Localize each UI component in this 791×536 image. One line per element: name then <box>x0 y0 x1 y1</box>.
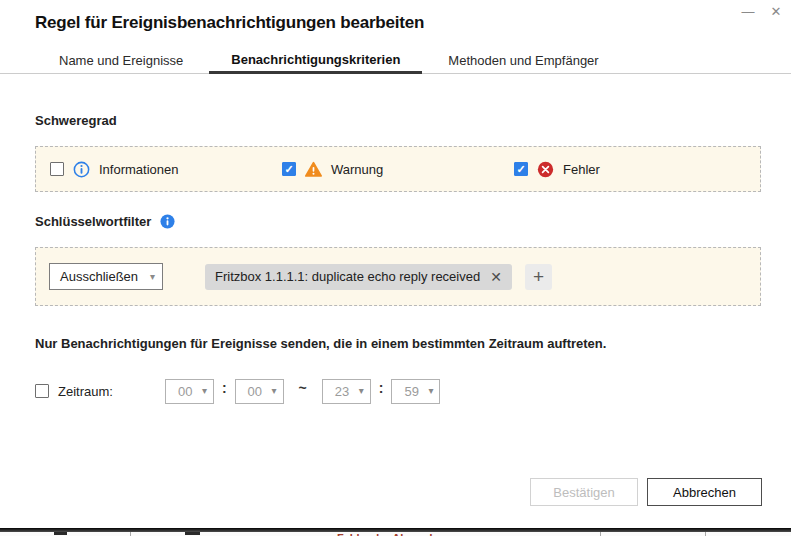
fehler-checkbox[interactable]: ✓ <box>514 162 528 176</box>
time-range-row: ✓ Zeitraum: 00 ▾ : 00 ▾ ~ 23 ▾ : 59 ▾ <box>35 378 440 404</box>
cancel-button[interactable]: Abbrechen <box>647 478 762 506</box>
end-hour-value: 23 <box>335 384 349 399</box>
severity-box: ✓ Informationen ✓ Warnung ✓ Fehler <box>35 146 761 192</box>
keyword-tag: Fritzbox 1.1.1.1: duplicate echo reply r… <box>205 264 512 290</box>
fehler-label: Fehler <box>563 162 600 177</box>
severity-item-warnung: ✓ Warnung <box>268 161 500 178</box>
background-row-fragment <box>185 532 200 535</box>
tab-methoden-und-empfaenger[interactable]: Methoden und Empfänger <box>422 47 624 74</box>
start-minute-value: 00 <box>248 384 262 399</box>
info-filled-icon[interactable] <box>160 214 175 229</box>
range-separator: ~ <box>299 380 307 396</box>
time-colon: : <box>222 380 227 396</box>
start-hour-value: 00 <box>178 384 192 399</box>
checkmark-icon: ✓ <box>516 164 525 175</box>
edit-notification-rule-dialog: Regel für Ereignisbenachrichtigungen bea… <box>0 0 791 536</box>
warning-triangle-icon <box>305 161 322 178</box>
keyword-filter-header: Schlüsselwortfilter <box>35 214 175 229</box>
severity-item-fehler: ✓ Fehler <box>500 161 732 178</box>
end-minute-value: 59 <box>404 384 418 399</box>
error-circle-icon <box>537 161 554 178</box>
chevron-down-icon: ▾ <box>150 272 155 282</box>
severity-item-informationen: ✓ Informationen <box>36 161 268 178</box>
zeitraum-checkbox[interactable]: ✓ <box>35 384 49 398</box>
filter-mode-dropdown[interactable]: Ausschließen ▾ <box>49 263 163 290</box>
zeitraum-label: Zeitraum: <box>58 384 113 399</box>
tab-bar: Name und Ereignisse Benachrichtigungskri… <box>0 47 791 74</box>
end-minute-dropdown[interactable]: 59 ▾ <box>391 379 440 404</box>
time-colon: : <box>379 380 384 396</box>
tab-name-und-ereignisse[interactable]: Name und Ereignisse <box>33 47 209 74</box>
severity-section-label: Schweregrad <box>35 113 117 128</box>
background-window-sliver: Fehlender Absender <box>0 528 791 536</box>
filter-mode-value: Ausschließen <box>60 269 138 284</box>
keyword-filter-label: Schlüsselwortfilter <box>35 214 151 229</box>
keyword-filter-box: Ausschließen ▾ Fritzbox 1.1.1.1: duplica… <box>35 247 761 306</box>
keyword-tag-text: Fritzbox 1.1.1.1: duplicate echo reply r… <box>215 269 480 284</box>
background-column-divider <box>130 532 131 536</box>
chevron-down-icon: ▾ <box>359 386 364 396</box>
informationen-checkbox[interactable]: ✓ <box>50 162 64 176</box>
chevron-down-icon: ▾ <box>428 386 433 396</box>
remove-tag-icon[interactable]: ✕ <box>490 270 502 284</box>
warnung-label: Warnung <box>331 162 383 177</box>
background-status-text: Fehlender Absender <box>337 532 443 536</box>
background-column-divider <box>600 532 601 536</box>
chevron-down-icon: ▾ <box>202 386 207 396</box>
background-table-row: Fehlender Absender <box>0 532 791 536</box>
window-controls: — ✕ <box>739 2 785 20</box>
dialog-title: Regel für Ereignisbenachrichtigungen bea… <box>35 13 424 33</box>
add-keyword-button[interactable]: + <box>525 264 552 290</box>
end-hour-dropdown[interactable]: 23 ▾ <box>322 379 371 404</box>
start-minute-dropdown[interactable]: 00 ▾ <box>235 379 284 404</box>
minimize-icon[interactable]: — <box>739 2 757 20</box>
time-range-description: Nur Benachrichtigungen für Ereignisse se… <box>35 336 606 351</box>
warnung-checkbox[interactable]: ✓ <box>282 162 296 176</box>
start-hour-dropdown[interactable]: 00 ▾ <box>165 379 214 404</box>
chevron-down-icon: ▾ <box>272 386 277 396</box>
confirm-button[interactable]: Bestätigen <box>530 478 638 506</box>
info-outline-icon <box>73 161 90 178</box>
background-row-fragment <box>54 532 67 535</box>
dialog-footer: Bestätigen Abbrechen <box>530 478 762 506</box>
background-column-divider <box>705 532 706 536</box>
checkmark-icon: ✓ <box>284 164 293 175</box>
tab-benachrichtigungskriterien[interactable]: Benachrichtigungskriterien <box>209 47 422 74</box>
close-icon[interactable]: ✕ <box>767 2 785 20</box>
informationen-label: Informationen <box>99 162 179 177</box>
